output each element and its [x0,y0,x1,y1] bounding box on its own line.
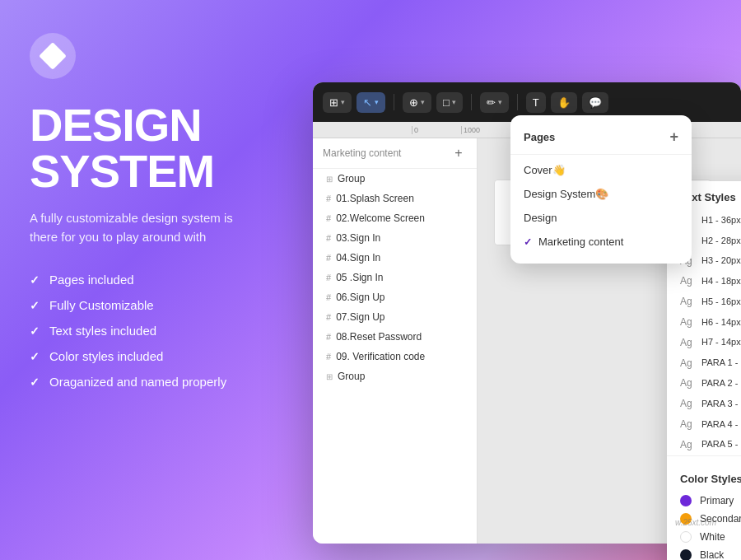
text-style-para5: Ag PARA 5 - 10px(18) Me... [667,435,741,455]
check-icon: ✓ [30,299,40,312]
add-page-btn[interactable]: + [669,128,678,146]
pages-dropdown-header: Pages + [510,125,692,155]
feature-item: ✓ Pages included [30,273,250,287]
ruler-mark: 0 [412,126,461,134]
color-swatch-black [680,549,692,560]
text-style-para4: Ag PARA 4 - 12px(18) Me... [667,414,741,435]
feature-item: ✓ Oraganized and named properly [30,375,250,389]
text-style-para3: Ag PARA 3 - 14px(24) Me... [667,394,741,414]
toolbar-separator2 [471,94,472,110]
text-style-h4: Ag H4 - 18px(28) Semibold 18/28 [667,271,741,292]
text-style-para1: Ag PARA 1 - 18px(28) Reg... [667,353,741,374]
check-icon: ✓ [524,236,532,248]
text-style-h5: Ag H5 - 16px(22) Semibold 16/22 [667,292,741,312]
check-icon: ✓ [30,324,40,338]
ruler-mark: 1000 [461,126,510,134]
page-item-design-system[interactable]: Design System🎨 [510,182,692,206]
watermark: w.25xt.com [675,518,716,527]
color-swatch-white [680,531,692,543]
shape-tool-btn[interactable]: □ ▾ [436,92,463,113]
layer-item-verify[interactable]: # 09. Verification code [313,347,477,366]
layer-item-signup1[interactable]: # 06.Sign Up [313,287,477,307]
layer-item-splash[interactable]: # 01.Splash Screen [313,189,477,208]
color-swatch-primary [680,495,692,506]
layer-item-signin1[interactable]: # 03.Sign In [313,228,477,248]
layer-item-reset[interactable]: # 08.Reset Password [313,327,477,347]
toolbar-separator3 [517,94,518,110]
check-icon: ✓ [30,350,40,363]
frame-icon: # [326,233,331,243]
pages-dropdown: Pages + Cover👋 Design System🎨 Design ✓ M… [510,115,692,264]
layer-item-signin3[interactable]: # 05 .Sign In [313,268,477,287]
logo [30,33,76,79]
page-item-design[interactable]: Design [510,206,692,230]
text-tool-btn[interactable]: T [526,92,546,113]
layers-header: Marketing content + [313,138,477,169]
frame-icon: # [326,273,331,282]
frame-icon: # [326,352,331,362]
features-list: ✓ Pages included ✓ Fully Customizable ✓ … [30,273,250,389]
text-style-h7: Ag H7 - 14px(24) Semibo... [667,333,741,353]
hand-tool-btn[interactable]: ✋ [551,92,577,113]
frame-tool-btn[interactable]: ⊞ ▾ [323,92,352,113]
feature-item: ✓ Color styles included [30,349,250,363]
frame-icon: # [326,194,331,203]
add-layer-btn[interactable]: + [450,145,467,161]
frame-icon: # [326,332,331,342]
frame-tool2-btn[interactable]: ⊕ ▾ [403,92,431,113]
left-panel: DESIGN SYSTEM A fully customizable desig… [0,0,280,560]
check-icon: ✓ [30,273,40,287]
feature-item: ✓ Fully Customizable [30,298,250,312]
color-styles-section: Color Styles Primary Secondary White Bla… [667,455,741,560]
select-tool-btn[interactable]: ↖ ▾ [357,92,385,113]
right-panel: ⊞ ▾ ↖ ▾ ⊕ ▾ □ ▾ ✏ ▾ T ✋ 💬 0 1000 2000 30… [263,0,741,560]
logo-diamond [39,42,67,70]
check-icon: ✓ [30,376,40,389]
color-styles-header: Color Styles [667,463,741,492]
frame-icon: # [326,312,331,322]
color-black: Black [667,546,741,560]
layer-item-signin2[interactable]: # 04.Sign In [313,248,477,268]
group-icon: ⊞ [326,372,333,381]
group-icon: ⊞ [326,175,333,184]
frame-icon: # [326,253,331,263]
pen-tool-btn[interactable]: ✏ ▾ [480,92,509,113]
frame-icon: # [326,292,331,302]
layer-item-group2[interactable]: ⊞ Group [313,366,477,386]
text-style-para2: Ag PARA 2 - 16px(22) Reg... [667,373,741,394]
page-item-cover[interactable]: Cover👋 [510,158,692,182]
app-title: DESIGN SYSTEM [30,102,250,194]
text-style-h6: Ag H6 - 14px(24) Bold [667,312,741,333]
app-subtitle: A fully customizable design system is th… [30,209,250,246]
comment-tool-btn[interactable]: 💬 [582,92,608,113]
feature-item: ✓ Text styles included [30,324,250,338]
layer-item-signup2[interactable]: # 07.Sign Up [313,307,477,327]
color-primary: Primary [667,492,741,510]
page-item-marketing[interactable]: ✓ Marketing content [510,230,692,254]
layers-panel: Marketing content + ⊞ Group # 01.Splash … [313,138,478,544]
frame-icon: # [326,213,331,223]
layer-item-group[interactable]: ⊞ Group [313,169,477,189]
layer-item-welcome[interactable]: # 02.Welcome Screen [313,208,477,228]
toolbar-separator [394,94,394,110]
color-white: White [667,528,741,546]
